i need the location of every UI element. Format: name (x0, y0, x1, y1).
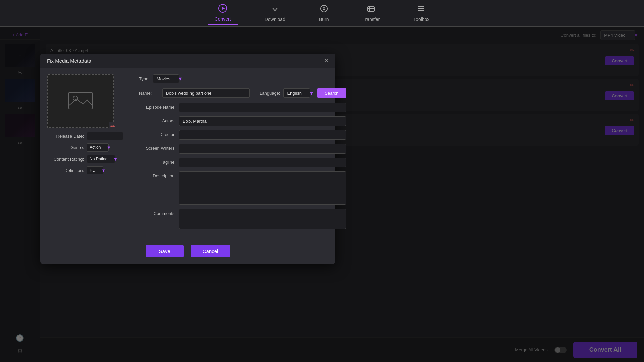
actors-label: Actors: (139, 116, 176, 123)
top-navigation: Convert Download Burn Tran (0, 0, 644, 27)
genre-select[interactable]: Action (87, 143, 109, 152)
modal-title-bar: Fix Media Metadata ✕ (40, 54, 335, 68)
type-select[interactable]: Movies (153, 74, 179, 83)
comments-label: Comments: (139, 209, 176, 216)
modal-title: Fix Media Metadata (47, 58, 91, 64)
svg-marker-1 (222, 7, 225, 10)
nav-toolbox[interactable]: Toolbox (407, 1, 436, 25)
nav-transfer-label: Transfer (363, 17, 380, 22)
toolbox-nav-icon (417, 4, 426, 15)
episode-name-input[interactable] (179, 103, 346, 112)
actors-row: Actors: (139, 116, 346, 126)
nav-toolbox-label: Toolbox (413, 17, 429, 22)
definition-row: Definition: HD ▼ (47, 166, 131, 174)
type-label: Type: (139, 76, 150, 81)
content-rating-label: Content Rating: (47, 157, 84, 162)
actors-input[interactable] (179, 116, 346, 126)
modal-right-section: Type: Movies ▼ Name: Language: English (139, 74, 346, 233)
cancel-button[interactable]: Cancel (191, 245, 230, 257)
description-label: Description: (139, 171, 176, 178)
episode-name-row: Episode Name: (139, 103, 346, 112)
definition-select[interactable]: HD (87, 166, 103, 174)
name-input[interactable] (162, 88, 250, 98)
screen-writers-label: Screen Writers: (139, 144, 176, 151)
svg-rect-6 (368, 7, 374, 11)
screen-writers-input[interactable] (179, 144, 346, 154)
convert-nav-icon (218, 4, 227, 15)
language-select[interactable]: English (283, 88, 310, 98)
screen-writers-row: Screen Writers: (139, 144, 346, 154)
genre-label: Genre: (47, 145, 84, 150)
svg-point-5 (323, 8, 325, 10)
language-label: Language: (260, 90, 280, 96)
modal-overlay[interactable]: Fix Media Metadata ✕ ✏ (0, 27, 644, 362)
description-row: Description: (139, 171, 346, 205)
burn-nav-icon (319, 4, 329, 15)
content-rating-select[interactable]: No Rating (87, 155, 115, 163)
director-input[interactable] (179, 130, 346, 140)
svg-point-4 (321, 5, 327, 12)
cover-art-placeholder[interactable]: ✏ (47, 74, 114, 128)
definition-label: Definition: (47, 168, 84, 173)
modal-close-button[interactable]: ✕ (324, 58, 329, 64)
download-nav-icon (270, 4, 280, 15)
release-date-row: Release Date: (47, 132, 131, 140)
release-date-label: Release Date: (47, 134, 84, 139)
tagline-label: Tagline: (139, 158, 176, 165)
tagline-input[interactable] (179, 158, 346, 167)
modal-footer: Save Cancel (40, 240, 335, 264)
svg-rect-12 (69, 92, 92, 109)
comments-textarea[interactable] (179, 209, 346, 229)
content-rating-row: Content Rating: No Rating ▼ (47, 155, 131, 163)
nav-download[interactable]: Download (258, 1, 292, 25)
release-date-input[interactable] (87, 132, 123, 140)
nav-transfer[interactable]: Transfer (356, 1, 387, 25)
genre-row: Genre: Action ▼ (47, 143, 131, 152)
episode-name-label: Episode Name: (139, 103, 176, 110)
nav-convert-label: Convert (215, 16, 231, 22)
modal-left-section: ✏ Release Date: Genre: Action ▼ (47, 74, 131, 233)
description-textarea[interactable] (179, 171, 346, 205)
main-area: + Add F ··· ✂ ✂ ✂ 🕐 ⚙ Convert all files … (0, 27, 644, 362)
name-label: Name: (139, 90, 159, 96)
nav-burn-label: Burn (319, 17, 329, 22)
cover-placeholder-icon (67, 87, 94, 115)
fix-metadata-modal: Fix Media Metadata ✕ ✏ (40, 54, 335, 264)
tagline-row: Tagline: (139, 158, 346, 167)
cover-edit-icon[interactable]: ✏ (109, 122, 117, 131)
director-row: Director: (139, 130, 346, 140)
modal-body: ✏ Release Date: Genre: Action ▼ (40, 68, 335, 240)
nav-convert[interactable]: Convert (208, 1, 238, 25)
search-button[interactable]: Search (317, 88, 346, 98)
comments-row: Comments: (139, 209, 346, 229)
transfer-nav-icon (366, 4, 376, 15)
nav-download-label: Download (265, 17, 285, 22)
nav-burn[interactable]: Burn (312, 1, 336, 25)
director-label: Director: (139, 130, 176, 137)
save-button[interactable]: Save (146, 245, 184, 257)
